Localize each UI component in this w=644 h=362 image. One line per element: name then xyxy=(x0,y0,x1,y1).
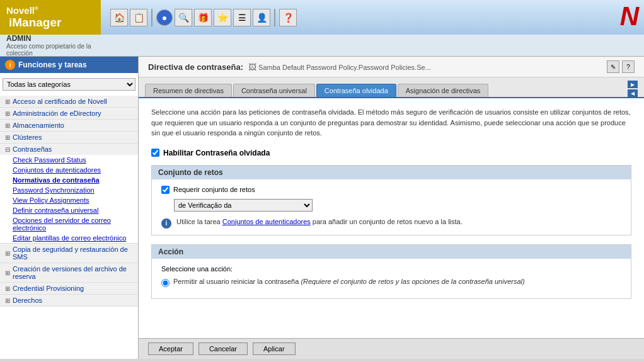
action-section-header: Acción xyxy=(152,245,631,259)
sidebar-section-copia: ⊞ Copia de seguridad y restauración de S… xyxy=(0,244,138,263)
toolbar-btn-help[interactable]: ❓ xyxy=(279,9,297,26)
sidebar-link-opciones[interactable]: Opciones del servidor de correo electrón… xyxy=(0,215,138,233)
bottom-bar: Aceptar Cancelar Aplicar xyxy=(139,338,644,359)
toolbar-btn-gift[interactable]: 🎁 xyxy=(194,9,212,26)
logo-product: iManager xyxy=(9,16,61,29)
sidebar-link-editar[interactable]: Editar plantillas de correo electrónico xyxy=(0,233,138,243)
tab-arrow-left[interactable]: ◀ xyxy=(628,89,638,97)
sidebar-link-password-sync[interactable]: Password Synchronization xyxy=(0,185,138,195)
expand-icon-6: ⊞ xyxy=(5,250,10,257)
select-action-label: Seleccione una acción: xyxy=(161,265,621,273)
section-label-contrasenas: Contraseñas xyxy=(13,145,52,153)
toolbar-separator xyxy=(151,9,152,26)
info-row: i Utilice la tarea Conjuntos de autentic… xyxy=(161,218,621,229)
tab-arrow-right[interactable]: ▶ xyxy=(628,81,638,88)
sidebar-link-check-password[interactable]: Check Password Status xyxy=(0,155,138,165)
logo-novell: Novell® iManager xyxy=(6,5,95,30)
challenge-section: Conjunto de retos Requerir conjunto de r… xyxy=(151,165,631,235)
toolbar-separator-2 xyxy=(274,9,275,26)
category-select[interactable]: Todas las categorías xyxy=(3,78,135,91)
content-title: Directiva de contraseña: xyxy=(148,62,243,72)
require-checkbox[interactable] xyxy=(161,186,170,194)
sidebar-section-credential: ⊞ Credential Provisioning xyxy=(0,283,138,295)
expand-icon-9: ⊞ xyxy=(5,297,10,304)
sidebar-section-contrasenas: ⊟ Contraseñas Check Password Status Conj… xyxy=(0,144,138,244)
tabs-container: Resumen de directivas Contraseña univers… xyxy=(139,77,644,98)
tab-asignacion[interactable]: Asignación de directivas xyxy=(398,84,489,97)
sidebar-section-admin: ⊞ Administración de eDirectory xyxy=(0,108,138,120)
enable-checkbox-row: Habilitar Contraseña olvidada xyxy=(151,149,631,157)
content-subtitle: 🖼 Samba Default Password Policy.Password… xyxy=(248,62,431,72)
sidebar-section-acceso: ⊞ Acceso al certificado de Novell xyxy=(0,96,138,108)
section-label-acceso: Acceso al certificado de Novell xyxy=(13,98,107,105)
radio-label-reiniciar: Permitir al usuario reiniciar la contras… xyxy=(173,278,525,285)
accept-button[interactable]: Aceptar xyxy=(148,342,193,355)
sidebar-link-view-policy[interactable]: View Policy Assignments xyxy=(0,195,138,205)
sidebar-section-derechos: ⊞ Derechos xyxy=(0,295,138,307)
description-text: Seleccione una acción para las peticione… xyxy=(151,107,631,139)
toolbar-btn-search[interactable]: 🔍 xyxy=(175,9,192,26)
toolbar-btn-star[interactable]: ⭐ xyxy=(214,9,231,26)
sidebar-section-almacenamiento: ⊞ Almacenamiento xyxy=(0,120,138,132)
radio-reiniciar[interactable] xyxy=(161,279,170,287)
radio-row-reiniciar: Permitir al usuario reiniciar la contras… xyxy=(161,278,621,287)
content-action-edit[interactable]: ✎ xyxy=(607,60,619,73)
sidebar-icon: i xyxy=(5,60,15,70)
expand-icon-7: ⊞ xyxy=(5,269,10,276)
sidebar-link-conjuntos[interactable]: Conjuntos de autenticadores xyxy=(0,165,138,175)
section-label-admin: Administración de eDirectory xyxy=(13,110,101,117)
toolbar-btn-list[interactable]: ☰ xyxy=(233,9,251,26)
sidebar-section-creacion: ⊞ Creación de versiones del archivo de r… xyxy=(0,263,138,283)
expand-icon-2: ⊞ xyxy=(5,110,10,117)
info-icon: i xyxy=(161,218,171,229)
section-label-derechos: Derechos xyxy=(13,297,42,304)
novell-logo-n: N xyxy=(620,3,639,30)
sidebar-header: i Funciones y tareas xyxy=(0,57,138,73)
section-label-clusteres: Clústeres xyxy=(13,133,42,141)
section-label-almacenamiento: Almacenamiento xyxy=(13,122,64,129)
toolbar-btn-circle[interactable]: ● xyxy=(156,9,173,26)
sidebar-header-label: Funciones y tareas xyxy=(18,60,87,69)
cancel-button[interactable]: Cancelar xyxy=(198,342,248,355)
expand-icon: ⊞ xyxy=(5,98,10,105)
sidebar-link-normativas[interactable]: Normativas de contraseña xyxy=(0,175,138,185)
tab-olvidada[interactable]: Contraseña olvidada xyxy=(316,84,396,97)
radio-note-reiniciar: (Requiere el conjunto de retos y las opc… xyxy=(301,278,524,285)
content-action-help[interactable]: ? xyxy=(622,60,635,73)
toolbar-btn-home[interactable]: 🏠 xyxy=(110,9,128,26)
toolbar-btn-back[interactable]: 📋 xyxy=(130,9,147,26)
expand-icon-5: ⊟ xyxy=(5,146,10,153)
content-header: Directiva de contraseña: 🖼 Samba Default… xyxy=(139,57,644,77)
tab-resumen[interactable]: Resumen de directivas xyxy=(145,84,232,97)
admin-label: ADMIN xyxy=(6,34,107,43)
toolbar-btn-user[interactable]: 👤 xyxy=(253,9,270,26)
action-section: Acción Seleccione una acción: Permitir a… xyxy=(151,244,631,299)
apply-button[interactable]: Aplicar xyxy=(253,342,296,355)
challenge-select-row: de Verificação da xyxy=(174,199,621,212)
conjuntos-link[interactable]: Conjuntos de autenticadores xyxy=(222,218,311,225)
challenge-section-content: Requerir conjunto de retos de Verificaçã… xyxy=(152,179,631,235)
section-label-creacion: Creación de versiones del archivo de res… xyxy=(13,265,133,280)
expand-icon-8: ⊞ xyxy=(5,285,10,292)
admin-sub: Acceso como propietario de la colección xyxy=(6,43,107,57)
enable-label: Habilitar Contraseña olvidada xyxy=(163,149,270,157)
challenge-select[interactable]: de Verificação da xyxy=(174,199,313,212)
tab-universal[interactable]: Contraseña universal xyxy=(233,84,315,97)
expand-icon-3: ⊞ xyxy=(5,122,10,129)
require-checkbox-row: Requerir conjunto de retos xyxy=(161,186,621,194)
sidebar-section-clusteres: ⊞ Clústeres xyxy=(0,132,138,144)
challenge-section-header: Conjunto de retos xyxy=(152,166,631,179)
action-section-content: Seleccione una acción: Permitir al usuar… xyxy=(152,259,631,298)
expand-icon-4: ⊞ xyxy=(5,134,10,141)
info-text: Utilice la tarea Conjuntos de autenticad… xyxy=(176,218,463,225)
sidebar-links-contrasenas: Check Password Status Conjuntos de auten… xyxy=(0,155,138,243)
section-label-credential: Credential Provisioning xyxy=(13,285,84,292)
enable-checkbox[interactable] xyxy=(151,149,159,157)
section-label-copia: Copia de seguridad y restauración de SMS xyxy=(13,246,133,261)
sidebar-link-definir[interactable]: Definir contraseña universal xyxy=(0,205,138,215)
require-label: Requerir conjunto de retos xyxy=(173,186,255,193)
